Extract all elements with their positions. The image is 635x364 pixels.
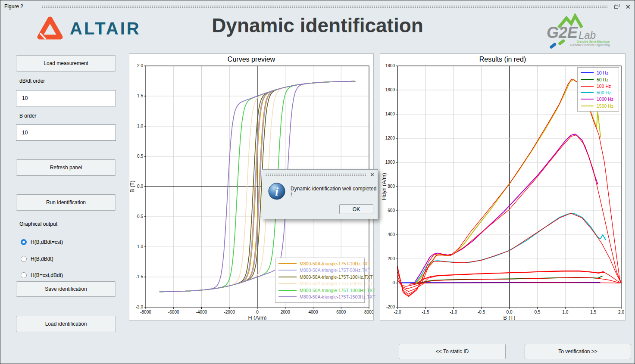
svg-text:B (T): B (T): [129, 180, 135, 193]
page-title: Dynamic identification: [212, 14, 423, 37]
svg-text:0.0: 0.0: [137, 184, 143, 189]
svg-text:2000: 2000: [281, 310, 291, 314]
radio-h-bcst-dbdt[interactable]: H(B=cst,dBdt): [21, 271, 63, 279]
g2elab-logo-icon: G2E Lab Grenoble Génie Electrique Grenob…: [546, 13, 610, 52]
svg-text:1000: 1000: [385, 160, 395, 165]
info-icon: i: [268, 183, 285, 200]
svg-text:-0.5: -0.5: [478, 310, 485, 314]
svg-text:8000: 8000: [364, 310, 373, 314]
svg-text:600: 600: [388, 208, 395, 213]
load-measurement-button[interactable]: Load measurement: [16, 55, 116, 72]
legend-entry: 1500 Hz: [581, 103, 616, 109]
svg-text:B (T): B (T): [504, 315, 516, 320]
svg-text:0: 0: [256, 310, 259, 314]
svg-text:1600: 1600: [385, 87, 395, 92]
to-static-id-button[interactable]: << To static ID: [399, 344, 506, 359]
curves-preview-legend: M800-50A-triangle-175T-10Hz.TXTM800-50A-…: [275, 258, 365, 303]
radio-button-icon[interactable]: [21, 239, 27, 245]
b-order-label: B order: [19, 113, 36, 119]
svg-text:-1.0: -1.0: [136, 244, 144, 249]
svg-text:-0.5: -0.5: [136, 214, 144, 219]
legend-entry: M800-50A-triangle-175T-10Hz.TXT: [278, 261, 361, 266]
legend-entry: 100 Hz: [581, 84, 616, 89]
radio-button-icon[interactable]: [21, 256, 27, 262]
legend-entry: 10 Hz: [581, 70, 616, 75]
refresh-panel-button[interactable]: Refresh panel: [16, 159, 116, 176]
dialog-close-icon[interactable]: ✕: [370, 171, 375, 178]
svg-text:-2.0: -2.0: [394, 310, 401, 314]
svg-text:-6000: -6000: [168, 310, 179, 314]
svg-text:200: 200: [388, 256, 395, 261]
legend-entry: 500 Hz: [581, 90, 616, 95]
g2elab-logo: G2E Lab Grenoble Génie Electrique Grenob…: [546, 13, 610, 53]
dialog-drag-handle[interactable]: [265, 173, 366, 177]
svg-text:0: 0: [392, 280, 395, 285]
dialog-ok-button[interactable]: OK: [339, 204, 373, 214]
restore-window-icon[interactable]: [614, 4, 620, 9]
legend-entry: M800-50A-triangle-175T-50Hz.TXT: [278, 268, 361, 273]
altair-triangle-icon: [36, 16, 64, 41]
svg-text:1.5: 1.5: [590, 310, 596, 314]
svg-text:0.5: 0.5: [137, 154, 143, 159]
dbdt-order-label: dB/dt order: [19, 78, 45, 84]
dbdt-order-input[interactable]: [16, 90, 116, 106]
svg-text:G2E: G2E: [547, 24, 578, 41]
radio-button-icon[interactable]: [21, 272, 27, 278]
svg-text:1400: 1400: [385, 112, 395, 116]
radio-label: H(B=cst,dBdt): [31, 272, 63, 278]
figure-titlebar[interactable]: Figure 2 ✕: [0, 0, 635, 12]
svg-text:-1.0: -1.0: [450, 310, 457, 314]
svg-text:-1.5: -1.5: [136, 274, 144, 279]
svg-text:1800: 1800: [385, 63, 395, 68]
close-window-icon[interactable]: ✕: [625, 3, 631, 10]
svg-text:-2.0: -2.0: [136, 305, 144, 309]
svg-text:Lab: Lab: [579, 29, 596, 41]
svg-text:6000: 6000: [336, 310, 346, 314]
legend-entry: 1000 Hz: [581, 96, 616, 102]
dialog-titlebar[interactable]: ✕: [262, 170, 378, 179]
svg-text:1200: 1200: [385, 136, 395, 140]
results-panel: Results (in red) -2.0-1.5-1.0-0.50.00.51…: [380, 53, 626, 320]
svg-text:1.5: 1.5: [137, 93, 143, 98]
legend-entry: M800-50A-triangle-175T-1500Hz.TXT: [278, 294, 361, 299]
svg-text:2.0: 2.0: [137, 63, 143, 68]
legend-entry: M800-50A-triangle-175T-100Hz.TXT: [278, 274, 361, 280]
svg-text:-2000: -2000: [224, 310, 235, 314]
to-verification-button[interactable]: To verification >>: [525, 344, 631, 359]
legend-entry: M800-50A-triangle-175T-1000Hz.TXT: [278, 288, 361, 293]
radio-h-b-dbdt-cst[interactable]: H(B,dBdt=cst): [21, 238, 63, 246]
svg-text:Hdyn (A/m): Hdyn (A/m): [381, 173, 387, 200]
svg-text:800: 800: [388, 184, 395, 189]
run-identification-button[interactable]: Run identification: [16, 194, 116, 211]
svg-text:-8000: -8000: [140, 310, 151, 314]
svg-text:4000: 4000: [308, 310, 318, 314]
svg-text:0.5: 0.5: [534, 310, 540, 314]
svg-text:400: 400: [388, 232, 395, 237]
titlebar-drag-handle[interactable]: [41, 5, 607, 9]
radio-label: H(B,dBdt=cst): [31, 239, 63, 245]
save-identification-button[interactable]: Save identification: [16, 281, 116, 297]
svg-text:2.0: 2.0: [618, 310, 624, 314]
b-order-input[interactable]: [16, 124, 116, 141]
svg-text:1.0: 1.0: [562, 310, 568, 314]
altair-logo: ALTAIR: [36, 16, 141, 41]
info-glyph: i: [275, 185, 278, 198]
svg-text:-200: -200: [386, 305, 395, 309]
radio-label: H(B,dBdt): [31, 256, 53, 262]
legend-entry: 50 Hz: [581, 77, 616, 82]
figure-title: Figure 2: [4, 3, 23, 9]
graphical-output-label: Graphical output: [19, 221, 57, 227]
svg-text:H (A/m): H (A/m): [248, 315, 266, 320]
g2e-line-en: Grenoble Electrical Engineering: [570, 44, 610, 47]
radio-h-b-dbdt[interactable]: H(B,dBdt): [21, 255, 53, 263]
legend-entry: M800-50A-triangle-175T-500Hz.TXT: [278, 281, 361, 286]
load-identification-button[interactable]: Load identification: [16, 316, 116, 332]
g2e-line-fr: Grenoble Génie Electrique: [576, 40, 610, 44]
svg-text:-4000: -4000: [196, 310, 207, 314]
completion-dialog: ✕ i Dynamic identification well complete…: [262, 169, 378, 219]
dialog-message: Dynamic identification well completed !: [291, 186, 378, 198]
results-legend: 10 Hz50 Hz100 Hz500 Hz1000 Hz1500 Hz: [577, 67, 619, 112]
svg-text:1.0: 1.0: [137, 124, 143, 128]
svg-text:0.0: 0.0: [507, 310, 513, 314]
altair-wordmark: ALTAIR: [70, 19, 141, 38]
